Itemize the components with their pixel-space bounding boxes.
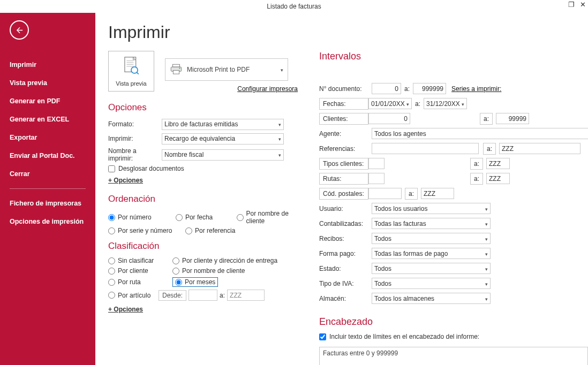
section-clasificacion-title: Clasificación [108,241,300,252]
cp-button[interactable]: Cód. postales: [319,188,368,200]
section-encabezado-title: Encabezado [319,316,588,328]
desglosar-label: Desglosar documentos [118,165,184,172]
tipos-button[interactable]: Tipos clientes: [319,158,368,170]
fecha-to-select[interactable]: 31/12/20XX [424,98,467,109]
nombre-label: Nombre a imprimir: [108,147,162,162]
ndoc-label: N° documento: [319,85,372,93]
section-ordenacion-title: Ordenación [108,194,300,204]
svg-rect-7 [173,64,180,67]
right-column: Intervalos N° documento: a: Series a imp… [319,51,588,365]
tipos-to-input[interactable] [486,158,510,169]
svg-rect-9 [173,71,179,74]
maximize-icon[interactable]: ❐ [568,1,575,8]
desde-input[interactable] [189,290,217,301]
rutas-to-input[interactable] [486,173,510,184]
encabezado-checkbox[interactable] [319,333,326,340]
ref-to-input[interactable] [499,143,581,154]
almacen-label: Almacén: [319,295,372,302]
configure-printer-link[interactable]: Configurar impresora [237,85,298,93]
rutas-a-button[interactable]: a: [470,173,483,185]
contab-label: Contabilizadas: [319,220,372,227]
fpago-select[interactable]: Todas las formas de pago [372,248,491,259]
ref-from-input[interactable] [372,143,479,154]
sidebar-item-cerrar[interactable]: Cerrar [0,165,95,183]
agente-select[interactable]: Todos los agentes [372,128,588,139]
clasif-a-label: a: [220,292,225,299]
sidebar-item-opciones-impresion[interactable]: Opciones de impresión [0,212,95,231]
clasificacion-group: Sin clasificar Por cliente y dirección d… [108,257,300,301]
ndoc-to-input[interactable] [413,83,446,94]
cp-a-button[interactable]: a: [405,188,418,200]
content-area: Imprimir Vista previa [95,13,588,365]
printer-selector[interactable]: Microsoft Print to PDF [165,58,288,81]
cls-por-meses[interactable] [175,279,182,286]
sidebar-item-fichero-impresoras[interactable]: Fichero de impresoras [0,194,95,212]
sidebar-menu: Imprimir Vista previa Generar en PDF Gen… [0,56,95,231]
cp-to-input[interactable] [421,188,454,199]
formato-label: Formato: [108,120,162,128]
fecha-from-select[interactable]: 01/01/20XX [368,98,412,109]
sidebar-item-vista-previa[interactable]: Vista previa [0,74,95,92]
titlebar: Listado de facturas ❐ ✕ [0,0,588,13]
ord-por-serie-numero[interactable] [108,227,115,234]
fechas-button[interactable]: Fechas: [319,98,368,110]
nombre-select[interactable]: Nombre fiscal [162,149,284,161]
clientes-button[interactable]: Clientes: [319,113,368,125]
cp-from-input[interactable] [368,188,402,199]
tipos-from-input[interactable] [368,158,385,169]
cls-por-articulo[interactable] [108,292,115,299]
sidebar-item-portal-doc[interactable]: Enviar al Portal Doc. [0,147,95,165]
ref-a-button[interactable]: a: [483,143,496,155]
ord-por-fecha[interactable] [176,214,183,221]
rutas-button[interactable]: Rutas: [319,173,368,185]
estado-select[interactable]: Todos [372,263,491,274]
left-column: Vista previa Microsoft Print to PD [108,51,300,365]
cls-sin-clasificar[interactable] [108,257,115,264]
tipos-a-button[interactable]: a: [470,158,483,170]
contab-select[interactable]: Todas las facturas [372,218,491,229]
formato-select[interactable]: Libro de facturas emitidas [162,119,284,130]
cli-to-input[interactable] [496,113,529,124]
cls-por-ruta[interactable] [108,279,115,286]
cli-from-input[interactable] [368,113,410,124]
cls-cliente-direccion[interactable] [172,257,179,264]
sidebar-item-imprimir[interactable]: Imprimir [0,56,95,74]
usuario-select[interactable]: Todos los usuarios [372,203,491,214]
ord-por-nombre-cliente[interactable] [237,214,244,221]
back-button[interactable] [10,20,29,40]
recibos-select[interactable]: Todos [372,233,491,244]
hasta-input[interactable] [227,290,265,301]
imprimir-select[interactable]: Recargo de equivalencia [162,133,284,145]
ord-por-referencia[interactable] [185,227,192,234]
sidebar-item-exportar[interactable]: Exportar [0,128,95,147]
desde-button[interactable]: Desde: [159,290,186,301]
svg-point-10 [179,67,180,69]
opciones-more-link[interactable]: + Opciones [108,177,143,184]
cls-por-cliente[interactable] [108,268,115,275]
printer-name: Microsoft Print to PDF [187,66,276,73]
rutas-from-input[interactable] [368,173,385,184]
fpago-label: Forma pago: [319,250,372,257]
desglosar-checkbox[interactable] [108,165,115,172]
sidebar-item-generar-excel[interactable]: Generar en EXCEL [0,110,95,128]
ndoc-from-input[interactable] [372,83,401,94]
section-intervalos-title: Intervalos [319,51,588,62]
cls-nombre-cliente[interactable] [172,268,179,275]
svg-line-6 [137,72,138,74]
ord-por-numero[interactable] [108,214,115,221]
iva-select[interactable]: Todos [372,278,491,289]
section-opciones-title: Opciones [108,102,300,113]
imprimir-label: Imprimir: [108,135,162,142]
close-icon[interactable]: ✕ [580,1,586,8]
sidebar: Imprimir Vista previa Generar en PDF Gen… [0,13,95,365]
preview-button[interactable]: Vista previa [108,51,154,92]
series-link[interactable]: Series a imprimir: [451,85,501,93]
sidebar-divider [10,188,86,189]
clasif-more-link[interactable]: + Opciones [108,306,143,313]
almacen-select[interactable]: Todos los almacenes [372,293,491,304]
cli-a-button[interactable]: a: [480,113,493,125]
encabezado-textarea[interactable] [319,347,588,365]
sidebar-item-generar-pdf[interactable]: Generar en PDF [0,92,95,110]
recibos-label: Recibos: [319,235,372,242]
chevron-down-icon [276,66,288,73]
